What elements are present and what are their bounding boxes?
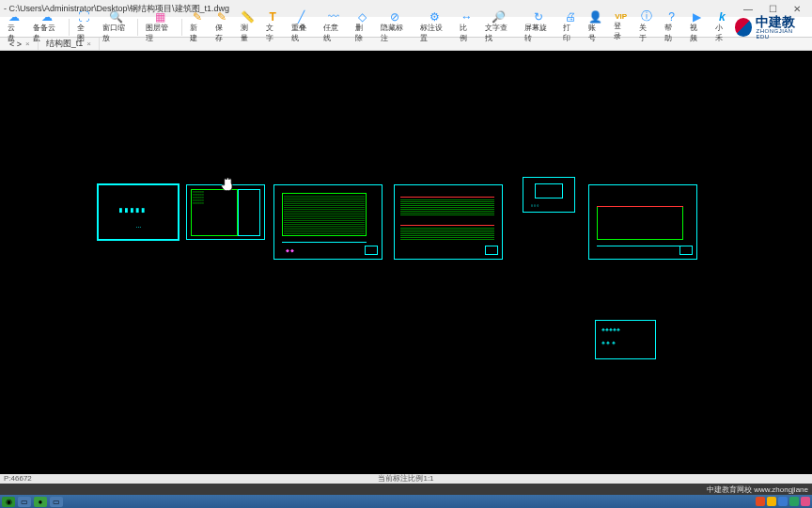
main-toolbar: ☁云盘 ☁备备云盘 ⛶全图 🔍窗口缩放 ▦图层管理 ✎新建 ✎保存 📏测量 T文… <box>0 17 812 38</box>
task-item[interactable]: ▭ <box>50 497 63 507</box>
scale-icon: ↔ <box>460 11 473 23</box>
brand-text: 中建教 ZHONGJIAN EDU <box>756 15 804 40</box>
scale-readout: 当前标注比例1:1 <box>378 473 433 484</box>
print-tool[interactable]: 🖨打印 <box>557 17 583 37</box>
fullview-icon: ⛶ <box>77 11 90 23</box>
cloud-tool[interactable]: ☁云盘 <box>2 17 27 37</box>
layer-tool[interactable]: ▦图层管理 <box>140 17 180 37</box>
overlap-icon: ╱ <box>295 11 308 23</box>
tab-nav[interactable]: < >× <box>2 38 39 50</box>
subtitle-text: ▪ ▪ ▪ <box>136 225 141 229</box>
help-icon: ? <box>665 11 679 23</box>
help-tool[interactable]: ?帮助 <box>659 17 684 37</box>
cloud-icon: ☁ <box>8 11 21 23</box>
grade-line <box>597 246 683 246</box>
tab-drawing[interactable]: 结构图_t1× <box>39 38 100 50</box>
title-stamp <box>679 246 693 255</box>
minimize-button[interactable]: — <box>737 2 759 15</box>
maximize-button[interactable]: ☐ <box>761 2 784 15</box>
save-tool[interactable]: ✎保存 <box>210 17 235 37</box>
close-button[interactable]: ✕ <box>786 2 808 15</box>
sheet-elevation[interactable] <box>588 184 697 260</box>
separator <box>69 19 70 36</box>
start-button[interactable]: ◉ <box>2 497 15 507</box>
separator <box>137 19 138 36</box>
measure-tool[interactable]: 📏测量 <box>235 17 260 37</box>
hide-tool[interactable]: ⊘隐藏标注 <box>375 17 414 37</box>
text-tool[interactable]: T文字 <box>260 17 286 37</box>
section-hatch-2 <box>400 227 494 240</box>
zoom-window-tool[interactable]: 🔍窗口缩放 <box>97 17 136 37</box>
plan-hatch <box>284 195 365 234</box>
footer-text: 中建教育网校 www.zhongjiane <box>707 484 808 495</box>
detail-elems: ◊ ◊ ◊ <box>531 203 539 208</box>
eraser-icon: ◇ <box>356 11 369 23</box>
elev-outline <box>597 206 683 240</box>
assistant-tool[interactable]: k小禾 <box>710 17 735 37</box>
sheet-notes[interactable]: ━━━━━━━━━━━━━━━━━━━━━━━━━━━━━━ <box>186 184 265 240</box>
title-stamp <box>485 246 498 255</box>
task-item[interactable]: ● <box>34 497 47 507</box>
tray-icon[interactable] <box>767 497 776 506</box>
system-tray <box>756 497 810 506</box>
scale-tool[interactable]: ↔比例 <box>454 17 479 37</box>
find-text-tool[interactable]: 🔎文字查找 <box>479 17 519 37</box>
hide-icon: ⊘ <box>388 11 401 23</box>
zoom-icon: 🔍 <box>109 11 122 23</box>
vip-icon: VIP <box>615 12 628 21</box>
roof-line <box>597 206 683 207</box>
brand: 中建教 ZHONGJIAN EDU <box>735 15 810 40</box>
annotate-tool[interactable]: ⚙标注设置 <box>414 17 454 37</box>
section-line-2 <box>400 225 494 226</box>
footer-bar: 中建教育网校 www.zhongjiane <box>0 484 812 495</box>
delete-tool[interactable]: ◇删除 <box>350 17 375 37</box>
title-stamp <box>365 246 378 255</box>
rotate-tool[interactable]: ↻屏幕旋转 <box>519 17 558 37</box>
task-item[interactable]: ▭ <box>18 497 31 507</box>
text-icon: T <box>266 11 279 23</box>
rotate-icon: ↻ <box>532 11 545 23</box>
ruler-icon: 📏 <box>241 11 254 23</box>
anyline-tool[interactable]: 〰任意线 <box>318 17 350 37</box>
sheet-title-block[interactable]: █ █ █ █ █ ▪ ▪ ▪ <box>98 184 179 240</box>
layer-icon: ▦ <box>153 11 166 23</box>
overlap-tool[interactable]: ╱重叠线 <box>286 17 318 37</box>
tab-close-icon[interactable]: × <box>86 40 91 48</box>
new-tool[interactable]: ✎新建 <box>184 17 210 37</box>
coords-readout: P:46672 <box>0 474 36 484</box>
save-icon: ✎ <box>215 11 228 23</box>
tray-icon[interactable] <box>756 497 765 506</box>
backup-tool[interactable]: ☁备备云盘 <box>27 17 67 37</box>
legend-box <box>238 189 260 236</box>
sheet-plan-1[interactable]: ◆ ◆ <box>273 184 383 260</box>
user-icon: 👤 <box>589 11 602 23</box>
detail-cluster-2: ◈ ◈ ◈ <box>601 340 616 345</box>
fullview-tool[interactable]: ⛶全图 <box>71 17 97 37</box>
detail-cluster: ◈◈◈◈◈ <box>601 326 620 332</box>
title-text: █ █ █ █ █ <box>119 208 146 213</box>
tray-icon[interactable] <box>789 497 799 506</box>
window-controls: — ☐ ✕ <box>737 2 808 15</box>
brand-logo-icon <box>735 18 753 37</box>
account-tool[interactable]: 👤账号 <box>583 17 608 37</box>
sheet-sections[interactable] <box>394 184 503 260</box>
drawing-canvas[interactable]: █ █ █ █ █ ▪ ▪ ▪ ━━━━━━━━━━━━━━━━━━━━━━━━… <box>0 51 812 474</box>
about-tool[interactable]: ⓘ关于 <box>633 17 659 37</box>
section-line <box>400 197 494 198</box>
line-icon: 〰 <box>327 11 340 23</box>
k-icon: k <box>715 11 728 23</box>
tab-close-icon[interactable]: × <box>25 40 30 48</box>
tray-icon[interactable] <box>778 497 788 506</box>
vip-tool[interactable]: VIP登录 <box>608 17 633 37</box>
info-icon: ⓘ <box>640 11 653 23</box>
tray-icon[interactable] <box>801 497 810 506</box>
sheet-detail-small[interactable]: ◊ ◊ ◊ <box>523 177 575 213</box>
new-icon: ✎ <box>191 11 204 23</box>
gear-icon: ⚙ <box>428 11 441 23</box>
separator <box>181 19 182 36</box>
print-icon: 🖨 <box>564 11 577 23</box>
detail-frame <box>535 183 563 198</box>
sheet-details-2[interactable]: ◈◈◈◈◈ ◈ ◈ ◈ <box>595 320 656 359</box>
video-tool[interactable]: ▶视频 <box>684 17 710 37</box>
find-icon: 🔎 <box>492 11 506 23</box>
